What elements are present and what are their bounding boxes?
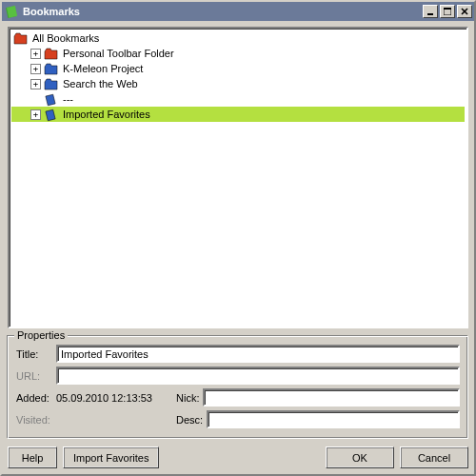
help-button[interactable]: Help (8, 446, 57, 468)
tree-root-label: All Bookmarks (30, 32, 101, 44)
tree-root[interactable]: All Bookmarks (11, 30, 465, 46)
tree-item-label: Search the Web (61, 78, 140, 89)
properties-panel: Properties Title: URL: Added: 05.09.2010… (8, 336, 468, 439)
tree-item[interactable]: + Search the Web (11, 76, 465, 91)
tree-item-label: --- (61, 93, 75, 105)
url-input (56, 367, 460, 385)
bookmark-icon (44, 91, 59, 107)
tree-item-label: Imported Favorites (61, 109, 152, 120)
tree-item[interactable]: --- (11, 91, 465, 107)
content-area: All Bookmarks + Personal Toolbar Folder … (2, 21, 474, 474)
bookmarks-tree[interactable]: All Bookmarks + Personal Toolbar Folder … (8, 27, 468, 328)
tree-item-label: Personal Toolbar Folder (61, 48, 176, 59)
tree-item[interactable]: + K-Meleon Project (11, 61, 465, 76)
folder-icon (44, 76, 59, 91)
nick-label: Nick: (176, 392, 199, 404)
expand-toggle[interactable]: + (30, 64, 41, 74)
nick-input[interactable] (203, 388, 460, 407)
maximize-button[interactable] (440, 5, 455, 18)
desc-label: Desc: (176, 414, 203, 426)
app-icon (4, 4, 19, 19)
titlebar-buttons (423, 5, 472, 18)
tree-item-label: K-Meleon Project (61, 63, 145, 74)
url-label: URL: (16, 370, 52, 382)
tree-item[interactable]: + Personal Toolbar Folder (11, 46, 465, 61)
tree-item-selected[interactable]: + Imported Favorites (11, 107, 465, 122)
svg-rect-4 (444, 8, 451, 10)
button-row: Help Import Favorites OK Cancel (8, 443, 468, 468)
svg-rect-8 (46, 109, 55, 121)
minimize-button[interactable] (423, 5, 438, 18)
folder-icon (44, 46, 59, 61)
properties-legend: Properties (14, 329, 68, 341)
added-value: 05.09.2010 12:13:53 (56, 392, 172, 404)
title-input[interactable] (56, 345, 460, 363)
svg-rect-7 (46, 94, 55, 106)
visited-label: Visited: (16, 414, 52, 426)
expand-toggle[interactable]: + (30, 109, 41, 120)
folder-icon (44, 61, 59, 76)
title-label: Title: (16, 348, 52, 360)
cancel-button[interactable]: Cancel (400, 446, 468, 468)
expand-toggle[interactable]: + (30, 49, 41, 59)
added-label: Added: (16, 392, 52, 404)
desc-input[interactable] (207, 410, 460, 428)
window-title: Bookmarks (23, 6, 423, 17)
expand-toggle[interactable]: + (30, 79, 41, 89)
close-button[interactable] (457, 5, 472, 18)
bookmark-icon (44, 107, 59, 122)
ok-button[interactable]: OK (326, 446, 394, 468)
folder-icon (13, 30, 29, 46)
bookmarks-window: Bookmarks All Bookmarks + (0, 0, 476, 476)
svg-rect-2 (427, 13, 433, 15)
titlebar[interactable]: Bookmarks (2, 2, 474, 21)
import-favorites-button[interactable]: Import Favorites (63, 446, 159, 468)
